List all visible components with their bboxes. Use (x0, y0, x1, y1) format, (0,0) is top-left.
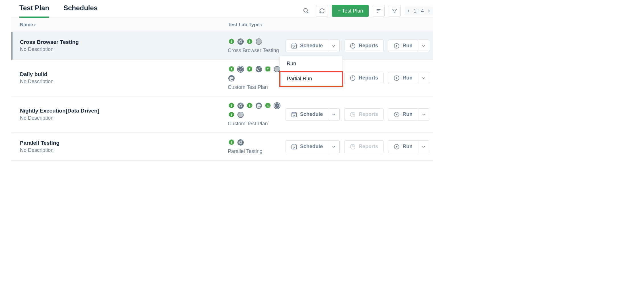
run-group: Run (388, 40, 429, 52)
run-label: Run (403, 75, 413, 81)
lab-label: Parallel Testing (228, 148, 262, 154)
firefox-icon (255, 38, 262, 45)
schedule-button[interactable]: Schedule (286, 108, 328, 121)
chevron-down-icon (331, 43, 336, 48)
schedule-group: Schedule (286, 108, 340, 121)
filter-icon[interactable] (389, 5, 401, 17)
run-caret[interactable] (418, 72, 429, 84)
schedule-label: Schedule (300, 43, 323, 49)
schedule-group: Schedule (286, 140, 340, 153)
chevron-down-icon (421, 144, 426, 149)
pager-prev[interactable]: ‹ (407, 8, 409, 14)
dropdown-item-partial-run[interactable]: Partial Run (280, 71, 342, 86)
plan-cell: Nightly Execution[Data Driven]No Descrip… (20, 108, 228, 121)
run-label: Run (403, 43, 413, 49)
run-group: Run (388, 72, 429, 84)
chevron-down-icon (331, 112, 336, 117)
pager: ‹ 1 - 4 › (405, 7, 433, 15)
edge-icon (255, 102, 262, 109)
firefox-icon (237, 111, 244, 119)
reports-label: Reports (359, 144, 378, 150)
ts-green-icon (228, 66, 235, 73)
table-row[interactable]: Paralell TestingNo DescriptionParallel T… (11, 133, 433, 161)
lab-label: Cross Browser Testing (228, 48, 279, 54)
chevron-down-icon (421, 75, 426, 81)
chevron-down-icon (421, 43, 426, 48)
table-row[interactable]: Nightly Execution[Data Driven]No Descrip… (11, 96, 433, 133)
table-row[interactable]: Daily buildNo DescriptionCustom Test Pla… (11, 60, 433, 96)
schedule-button[interactable]: Schedule (286, 140, 328, 153)
row-actions: ScheduleReportsRun (286, 140, 433, 153)
edge-icon (228, 75, 235, 82)
lab-cell: Parallel Testing (228, 139, 262, 154)
topbar: Test Plan Schedules + Test Plan ‹ 1 - 4 … (11, 0, 433, 18)
schedule-group: Schedule (286, 40, 340, 52)
sort-indicator-icon: ▾ (34, 23, 36, 27)
column-lab-label: Test Lab Type (228, 22, 260, 27)
column-name[interactable]: Name▾ (20, 22, 228, 28)
plan-desc: No Description (20, 79, 228, 85)
reports-button: Reports (344, 108, 383, 121)
dropdown-item-run[interactable]: Run (280, 56, 342, 71)
run-button[interactable]: Run (388, 72, 418, 84)
run-button[interactable]: Run (388, 140, 418, 153)
reports-button[interactable]: Reports (344, 72, 383, 84)
schedule-label: Schedule (300, 111, 323, 117)
run-button[interactable]: Run (388, 40, 418, 52)
plan-cell: Paralell TestingNo Description (20, 140, 228, 153)
plan-cell: Cross Browser TestingNo Description (20, 39, 228, 52)
schedule-caret[interactable] (328, 140, 340, 153)
lab-cell: Custom Test Plan (228, 102, 286, 127)
run-button[interactable]: Run (388, 108, 418, 121)
run-group: Run (388, 140, 429, 153)
schedule-button[interactable]: Schedule (286, 40, 328, 52)
lab-icons (228, 139, 262, 146)
run-dropdown: RunPartial Run (280, 56, 343, 87)
ts-green-icon (228, 139, 235, 146)
refresh-icon[interactable] (316, 5, 328, 17)
plan-desc: No Description (20, 147, 228, 153)
plan-name[interactable]: Paralell Testing (20, 140, 228, 146)
schedule-caret[interactable] (328, 40, 340, 52)
add-test-plan-button[interactable]: + Test Plan (332, 5, 369, 17)
pager-next[interactable]: › (428, 8, 430, 14)
ts-green-icon (246, 38, 253, 45)
tabs: Test Plan Schedules (11, 4, 98, 18)
ts-green-icon (246, 102, 253, 109)
safari-icon (237, 66, 244, 73)
ts-green-icon (228, 102, 235, 109)
chrome-icon (237, 102, 244, 109)
plan-name[interactable]: Cross Browser Testing (20, 39, 228, 45)
pager-range: 1 - 4 (414, 8, 424, 14)
svg-line-1 (307, 12, 308, 13)
tab-test-plan[interactable]: Test Plan (19, 4, 49, 18)
chevron-down-icon (421, 112, 426, 117)
ts-green-icon (264, 66, 272, 73)
run-caret[interactable] (418, 40, 429, 52)
schedule-caret[interactable] (328, 108, 340, 121)
lab-icons (228, 102, 286, 119)
chrome-icon (255, 66, 262, 73)
sort-icon[interactable] (373, 5, 385, 17)
tab-schedules[interactable]: Schedules (63, 4, 98, 18)
plan-name[interactable]: Nightly Execution[Data Driven] (20, 108, 228, 114)
reports-label: Reports (359, 111, 378, 117)
reports-button[interactable]: Reports (344, 40, 383, 52)
ts-green-icon (264, 102, 272, 109)
run-group: Run (388, 108, 429, 121)
schedule-label: Schedule (300, 144, 323, 150)
lab-icons (228, 38, 279, 45)
plan-name[interactable]: Daily build (20, 71, 228, 77)
search-icon[interactable] (300, 5, 312, 17)
column-lab-type[interactable]: Test Lab Type▾ (228, 22, 433, 28)
sort-indicator-icon: ▾ (261, 23, 262, 27)
run-caret[interactable] (418, 108, 429, 121)
reports-label: Reports (359, 43, 378, 49)
lab-cell: Cross Browser Testing (228, 38, 279, 54)
reports-button: Reports (344, 140, 383, 153)
table-row[interactable]: Cross Browser TestingNo DescriptionCross… (11, 32, 433, 60)
lab-label: Custom Test Plan (228, 121, 286, 127)
ts-green-icon (246, 66, 253, 73)
run-label: Run (403, 144, 413, 150)
run-caret[interactable] (418, 140, 429, 153)
